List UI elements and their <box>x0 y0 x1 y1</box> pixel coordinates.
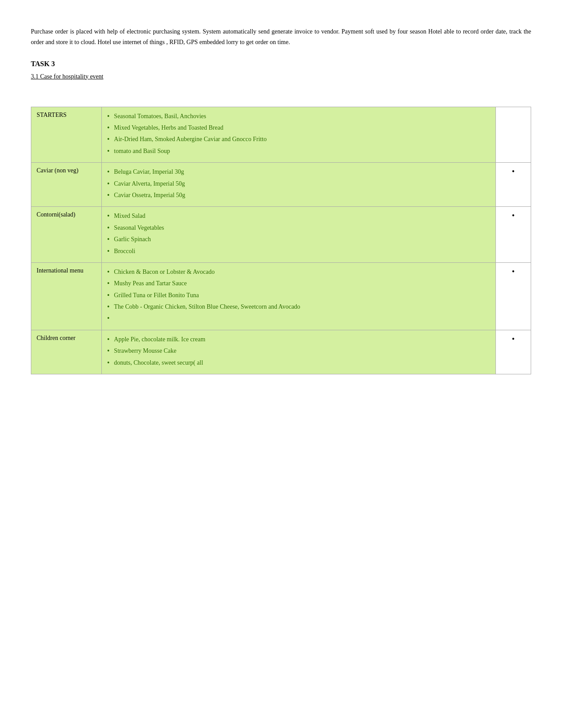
list-item: donuts, Chocolate, sweet securp( all <box>107 358 490 368</box>
list-item: Seasonal Tomatoes, Basil, Anchovies <box>107 112 490 121</box>
bullet-indicator-cell: • <box>496 163 531 207</box>
menu-list: Chicken & Bacon or Lobster & AvocadoMush… <box>107 267 490 324</box>
bullet-dot-icon: • <box>512 267 514 276</box>
list-item: Chicken & Bacon or Lobster & Avocado <box>107 267 490 277</box>
list-item: Beluga Caviar, Imperial 30g <box>107 167 490 177</box>
category-cell: International menu <box>31 262 102 330</box>
items-cell: Apple Pie, chocolate milk. Ice creamStra… <box>102 330 496 374</box>
list-item: The Cobb - Organic Chicken, Stilton Blue… <box>107 302 490 312</box>
menu-list: Mixed SaladSeasonal VegetablesGarlic Spi… <box>107 211 490 256</box>
list-item: Seasonal Vegetables <box>107 223 490 233</box>
list-item: Broccoli <box>107 246 490 256</box>
list-item: Apple Pie, chocolate milk. Ice cream <box>107 335 490 344</box>
menu-list: Apple Pie, chocolate milk. Ice creamStra… <box>107 335 490 368</box>
menu-list: Beluga Caviar, Imperial 30gCaviar Alvert… <box>107 167 490 200</box>
list-item: Air-Dried Ham, Smoked Aubergine Caviar a… <box>107 134 490 144</box>
items-cell: Beluga Caviar, Imperial 30gCaviar Alvert… <box>102 163 496 207</box>
category-cell: Contorni(salad) <box>31 207 102 263</box>
category-cell: Children corner <box>31 330 102 374</box>
list-item: Grilled Tuna or Fillet Bonito Tuna <box>107 291 490 300</box>
bullet-indicator-cell <box>496 107 531 163</box>
category-cell: Caviar (non veg) <box>31 163 102 207</box>
category-cell: STARTERS <box>31 107 102 163</box>
list-item: Garlic Spinach <box>107 235 490 244</box>
list-item: tomato and Basil Soup <box>107 146 490 156</box>
bullet-dot-icon: • <box>512 167 514 176</box>
bullet-indicator-cell: • <box>496 330 531 374</box>
items-cell: Chicken & Bacon or Lobster & AvocadoMush… <box>102 262 496 330</box>
bullet-dot-icon: • <box>512 211 514 220</box>
section-link[interactable]: 3.1 Case for hospitality event <box>31 73 103 80</box>
list-item: Mixed Vegetables, Herbs and Toasted Brea… <box>107 123 490 133</box>
bullet-indicator-cell: • <box>496 207 531 263</box>
list-item: Caviar Ossetra, Imperial 50g <box>107 190 490 200</box>
list-item: Mushy Peas and Tartar Sauce <box>107 279 490 288</box>
items-cell: Mixed SaladSeasonal VegetablesGarlic Spi… <box>102 207 496 263</box>
menu-table: STARTERSSeasonal Tomatoes, Basil, Anchov… <box>31 107 531 374</box>
list-item <box>107 314 490 323</box>
intro-paragraph: Purchase order is placed with help of el… <box>31 26 531 48</box>
menu-list: Seasonal Tomatoes, Basil, AnchoviesMixed… <box>107 112 490 157</box>
bullet-indicator-cell: • <box>496 262 531 330</box>
items-cell: Seasonal Tomatoes, Basil, AnchoviesMixed… <box>102 107 496 163</box>
list-item: Strawberry Mousse Cake <box>107 346 490 356</box>
task-heading: TASK 3 <box>31 60 531 68</box>
list-item: Caviar Alverta, Imperial 50g <box>107 179 490 189</box>
list-item: Mixed Salad <box>107 211 490 221</box>
bullet-dot-icon: • <box>512 335 514 343</box>
